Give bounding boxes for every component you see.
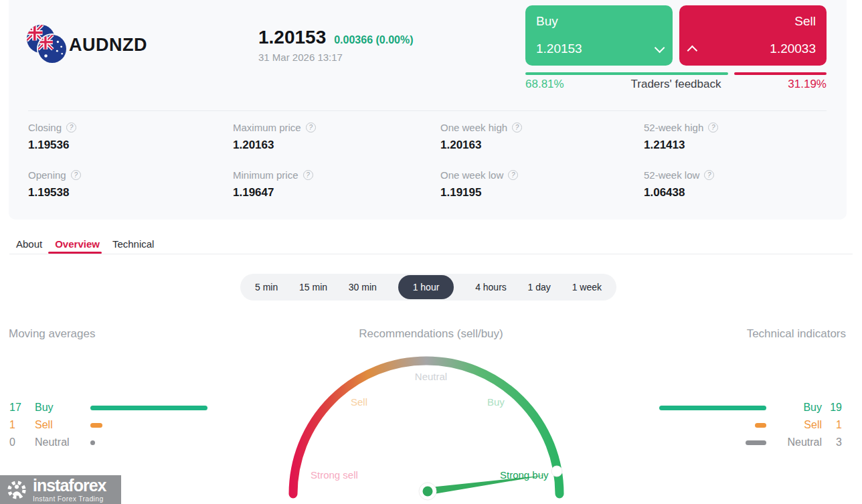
ti-sell-row: Sell 1 <box>641 416 842 434</box>
tab-bar: About Overview Technical <box>16 238 154 250</box>
ma-sell-bar <box>90 423 102 428</box>
stat-value: 1.19647 <box>233 186 440 199</box>
ti-buy-bar <box>659 406 766 410</box>
stat-value: 1.19538 <box>28 186 233 199</box>
instrument-symbol: AUDNZD <box>69 35 147 56</box>
ma-neutral-bar <box>90 440 95 445</box>
period-30-min[interactable]: 30 min <box>349 282 377 292</box>
brand-tagline: Instant Forex Trading <box>33 495 106 503</box>
help-icon[interactable]: ? <box>704 170 714 180</box>
instrument-page: AUDNZD 1.20153 0.00366 (0.00%) 31 Mar 20… <box>0 0 862 504</box>
moving-averages-legend: 17 Buy 1 Sell 0 Neutral <box>9 399 230 451</box>
stat-opening: Opening? 1.19538 <box>28 169 233 217</box>
stat-52-week-low: 52-week low? 1.06438 <box>644 169 827 217</box>
gauge-label-buy: Buy <box>487 396 505 408</box>
stat-value: 1.06438 <box>644 186 827 199</box>
stats-grid: Closing? 1.19536 Maximum price? 1.20163 … <box>28 122 827 217</box>
recommendations-header: Recommendations (sell/buy) <box>0 327 862 341</box>
buy-price: 1.20153 <box>536 41 582 56</box>
help-icon[interactable]: ? <box>66 122 76 133</box>
stat-value: 1.19536 <box>28 139 233 152</box>
period-1-week[interactable]: 1 week <box>572 282 602 292</box>
stat-one-week-high: One week high? 1.20163 <box>440 122 644 169</box>
ti-neutral-bar <box>746 440 766 445</box>
currency-pair-flags <box>27 25 68 65</box>
tab-about[interactable]: About <box>16 238 42 250</box>
price-block: 1.20153 0.00366 (0.00%) <box>258 27 414 48</box>
stat-value: 1.21413 <box>644 139 827 152</box>
stat-value: 1.19195 <box>440 186 644 199</box>
gauge-value-marker <box>551 466 562 477</box>
sell-button[interactable]: Sell 1.20033 <box>679 5 827 66</box>
gauge-label-sell: Sell <box>351 396 367 408</box>
help-icon[interactable]: ? <box>71 170 81 180</box>
ma-buy-bar <box>90 406 207 410</box>
stat-value: 1.20163 <box>233 139 440 152</box>
tab-technical[interactable]: Technical <box>112 238 155 250</box>
sell-price: 1.20033 <box>770 41 816 56</box>
timeframe-selector: 5 min 15 min 30 min 1 hour 4 hours 1 day… <box>240 274 616 301</box>
help-icon[interactable]: ? <box>512 122 522 133</box>
ti-neutral-row: Neutral 3 <box>641 434 842 451</box>
stat-one-week-low: One week low? 1.19195 <box>440 169 644 217</box>
period-5-min[interactable]: 5 min <box>255 282 278 292</box>
tab-overview[interactable]: Overview <box>55 238 100 250</box>
help-icon[interactable]: ? <box>303 170 313 180</box>
sell-percent: 31.19% <box>788 78 827 91</box>
ma-buy-row: 17 Buy <box>9 399 230 416</box>
buy-label: Buy <box>536 14 558 29</box>
period-15-min[interactable]: 15 min <box>299 282 327 292</box>
card-divider <box>28 110 827 111</box>
instaforex-watermark: instaforex Instant Forex Trading <box>0 475 121 504</box>
buy-feedback-bar <box>525 72 728 75</box>
period-1-day[interactable]: 1 day <box>528 282 551 292</box>
period-4-hours[interactable]: 4 hours <box>475 282 507 292</box>
help-icon[interactable]: ? <box>306 122 316 133</box>
help-icon[interactable]: ? <box>508 170 518 180</box>
chevron-up-icon <box>687 45 698 56</box>
buy-percent: 68.81% <box>525 78 564 91</box>
sell-label: Sell <box>794 14 816 29</box>
ti-sell-bar <box>755 423 766 428</box>
traders-feedback: 68.81% Traders' feedback 31.19% <box>525 78 827 91</box>
traders-feedback-label: Traders' feedback <box>631 78 721 91</box>
stat-52-week-high: 52-week high? 1.21413 <box>644 122 827 169</box>
stat-closing: Closing? 1.19536 <box>28 122 233 169</box>
help-icon[interactable]: ? <box>708 122 718 133</box>
gear-person-icon <box>5 479 28 501</box>
ma-neutral-row: 0 Neutral <box>9 434 230 451</box>
stat-maximum-price: Maximum price? 1.20163 <box>233 122 440 169</box>
tabs-divider <box>9 254 853 254</box>
period-1-hour[interactable]: 1 hour <box>398 275 454 299</box>
price-change: 0.00366 (0.00%) <box>334 34 413 46</box>
sell-feedback-bar <box>734 72 827 75</box>
ti-buy-row: Buy 19 <box>641 399 842 416</box>
quote-timestamp: 31 Mar 2026 13:17 <box>258 52 343 63</box>
technical-indicators-legend: Buy 19 Sell 1 Neutral 3 <box>641 399 842 451</box>
gauge-label-strong-sell: Strong sell <box>311 469 358 481</box>
stat-value: 1.20163 <box>440 139 644 152</box>
chevron-down-icon <box>655 42 665 53</box>
brand-name: instaforex <box>33 477 106 494</box>
recommendation-gauge: Neutral Sell Buy Strong sell Strong buy <box>280 348 582 504</box>
technical-indicators-header: Technical indicators <box>747 327 846 341</box>
stat-minimum-price: Minimum price? 1.19647 <box>233 169 440 217</box>
gauge-label-strong-buy: Strong buy <box>500 469 549 481</box>
australia-flag-icon <box>38 35 66 63</box>
gauge-label-neutral: Neutral <box>280 371 582 382</box>
ma-sell-row: 1 Sell <box>9 416 230 434</box>
current-price: 1.20153 <box>258 27 326 48</box>
buy-button[interactable]: Buy 1.20153 <box>525 5 673 66</box>
